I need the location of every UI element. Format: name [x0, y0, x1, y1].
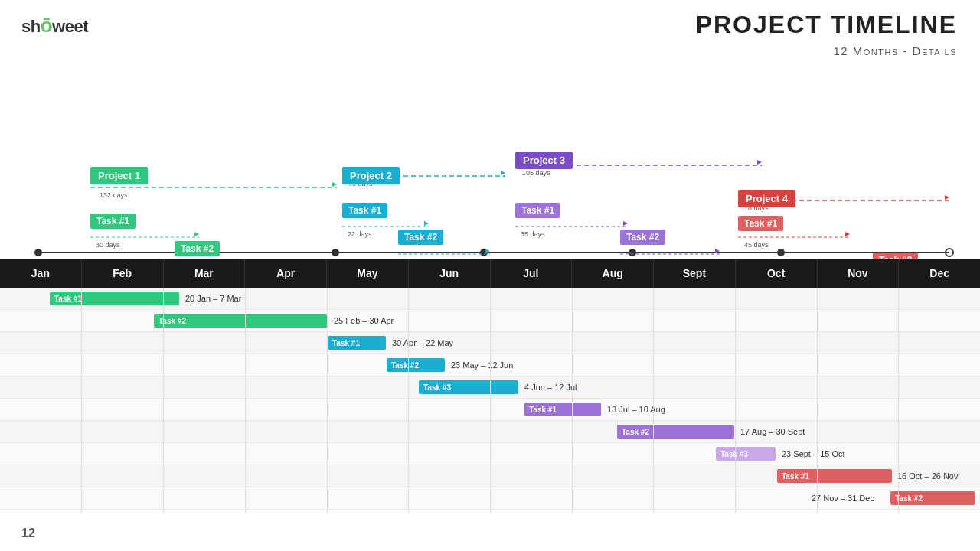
lower-task7: Task #2: [617, 425, 734, 439]
svg-marker-38: [757, 160, 762, 165]
col-grid-3: [245, 288, 246, 513]
svg-marker-45: [623, 221, 628, 226]
lower-task10: Task #2: [890, 491, 975, 505]
month-feb: Feb: [82, 259, 164, 288]
svg-text:132 days: 132 days: [100, 191, 128, 199]
page-title: Project Timeline: [696, 11, 957, 39]
month-sept: Sept: [654, 259, 736, 288]
lower-date8: 23 Sept – 15 Oct: [782, 449, 845, 458]
lower-date5: 4 Jun – 12 Jul: [524, 383, 577, 392]
logo: shōweet: [21, 14, 88, 37]
col-grid-9: [735, 288, 736, 513]
lower-task1: Task #1: [50, 292, 179, 305]
svg-point-6: [777, 249, 785, 256]
lower-task6: Task #1: [524, 403, 601, 416]
col-grid-8: [653, 288, 654, 513]
lower-date4: 23 May – 12 Jun: [451, 360, 513, 370]
col-grid-2: [163, 288, 164, 513]
svg-text:45 days: 45 days: [744, 241, 769, 249]
col-grid-7: [572, 288, 573, 513]
month-jul: Jul: [491, 259, 573, 288]
svg-point-3: [332, 249, 339, 256]
svg-marker-37: [501, 171, 505, 175]
svg-point-4: [480, 249, 488, 256]
month-jan: Jan: [0, 259, 82, 288]
lower-date9: 16 Oct – 26 Nov: [897, 471, 959, 481]
month-apr: Apr: [245, 259, 327, 288]
svg-marker-40: [194, 232, 199, 236]
svg-point-5: [629, 249, 636, 256]
lower-date6: 13 Jul – 10 Aug: [607, 405, 665, 414]
month-jun: Jun: [409, 259, 491, 288]
col-grid-10: [817, 288, 818, 513]
col-grid-5: [408, 288, 409, 513]
col-grid-6: [490, 288, 491, 513]
lower-task9: Task #1: [777, 469, 892, 483]
month-aug: Aug: [572, 259, 654, 288]
lower-date7: 17 Aug – 30 Sept: [740, 427, 805, 436]
lower-date3: 30 Apr – 22 May: [392, 338, 453, 347]
svg-marker-43: [485, 249, 490, 253]
svg-text:35 days: 35 days: [521, 230, 545, 238]
gantt-lower: Task #1 20 Jan – 7 Mar Task #2 25 Feb – …: [0, 288, 980, 513]
lower-task8: Task #3: [716, 447, 776, 461]
month-may: May: [327, 259, 409, 288]
lower-task4: Task #2: [387, 358, 445, 372]
svg-marker-42: [424, 221, 429, 226]
month-oct: Oct: [736, 259, 818, 288]
col-grid-1: [81, 288, 82, 513]
svg-marker-39: [945, 195, 949, 200]
col-grid-4: [327, 288, 328, 513]
page-number: 12: [21, 527, 35, 540]
month-mar: Mar: [164, 259, 246, 288]
month-header: Jan Feb Mar Apr May Jun Jul Aug Sept Oct…: [0, 259, 980, 288]
svg-text:30 days: 30 days: [96, 241, 120, 249]
lower-task5: Task #3: [419, 380, 518, 394]
lower-task2: Task #2: [154, 314, 328, 328]
svg-marker-48: [845, 232, 850, 236]
lower-date1: 20 Jan – 7 Mar: [185, 294, 241, 303]
svg-marker-46: [715, 249, 720, 253]
lower-task3: Task #1: [328, 336, 386, 350]
lower-date2: 25 Feb – 30 Apr: [334, 316, 394, 325]
lower-date10: 27 Nov – 31 Dec: [812, 494, 874, 503]
month-dec: Dec: [899, 259, 980, 288]
col-grid-11: [898, 288, 899, 513]
month-nov: Nov: [818, 259, 900, 288]
svg-text:105 days: 105 days: [522, 169, 550, 177]
page-subtitle: 12 Months - Details: [833, 44, 957, 57]
svg-marker-36: [332, 182, 337, 187]
svg-point-1: [34, 249, 42, 256]
svg-text:22 days: 22 days: [348, 230, 372, 238]
svg-point-7: [946, 249, 953, 256]
